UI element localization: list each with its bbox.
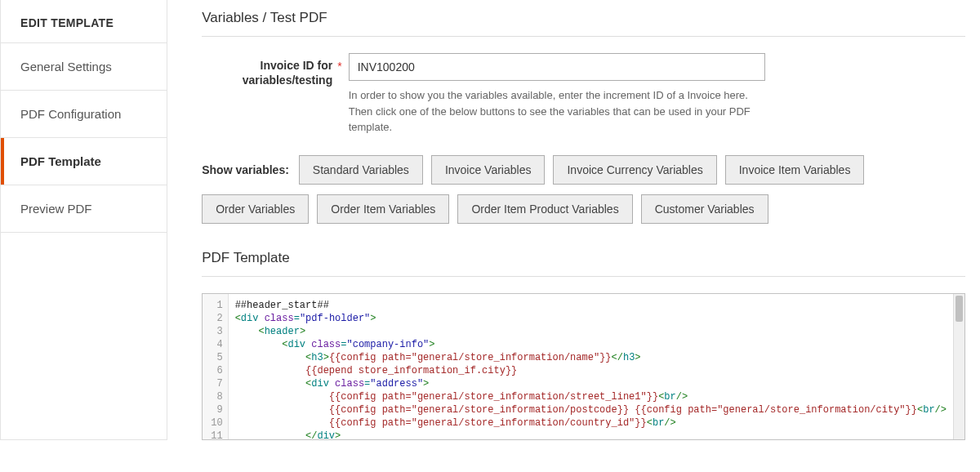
sidebar-nav: General SettingsPDF ConfigurationPDF Tem… — [1, 43, 167, 233]
scrollbar-thumb[interactable] — [956, 296, 963, 322]
standard-variables-button[interactable]: Standard Variables — [299, 155, 423, 185]
sidebar-item-general-settings[interactable]: General Settings — [1, 43, 167, 91]
invoice-currency-variables-button[interactable]: Invoice Currency Variables — [553, 155, 716, 185]
order-item-variables-button[interactable]: Order Item Variables — [317, 194, 449, 224]
variables-buttons-row-1: Show variables: Standard VariablesInvoic… — [202, 155, 965, 185]
invoice-item-variables-button[interactable]: Invoice Item Variables — [725, 155, 865, 185]
show-variables-label: Show variables: — [202, 163, 289, 176]
sidebar-item-preview-pdf[interactable]: Preview PDF — [1, 185, 167, 233]
sidebar-item-pdf-configuration[interactable]: PDF Configuration — [1, 91, 167, 138]
code-gutter: 1234567891011 — [203, 294, 228, 439]
customer-variables-button[interactable]: Customer Variables — [641, 194, 768, 224]
main-content: Variables / Test PDF Invoice ID for vari… — [167, 0, 980, 440]
sidebar-header: EDIT TEMPLATE — [1, 0, 167, 43]
code-body[interactable]: ##header_start##<div class="pdf-holder">… — [229, 294, 953, 439]
code-editor[interactable]: 1234567891011 ##header_start##<div class… — [202, 293, 965, 440]
variables-section-title: Variables / Test PDF — [202, 10, 965, 37]
scrollbar-track[interactable] — [953, 294, 964, 439]
required-indicator: * — [337, 53, 341, 73]
invoice-id-input[interactable] — [349, 53, 765, 81]
order-item-product-variables-button[interactable]: Order Item Product Variables — [457, 194, 632, 224]
order-variables-button[interactable]: Order Variables — [202, 194, 309, 224]
template-section-title: PDF Template — [202, 250, 965, 277]
invoice-id-label: Invoice ID for variables/testing — [202, 53, 332, 87]
variables-buttons-row-2: Order VariablesOrder Item VariablesOrder… — [202, 194, 965, 224]
sidebar: EDIT TEMPLATE General SettingsPDF Config… — [0, 0, 167, 440]
invoice-id-hint: In order to show you the variables avail… — [349, 87, 773, 136]
invoice-id-field-row: Invoice ID for variables/testing * In or… — [202, 53, 965, 136]
sidebar-item-pdf-template[interactable]: PDF Template — [1, 138, 167, 185]
invoice-variables-button[interactable]: Invoice Variables — [431, 155, 546, 185]
